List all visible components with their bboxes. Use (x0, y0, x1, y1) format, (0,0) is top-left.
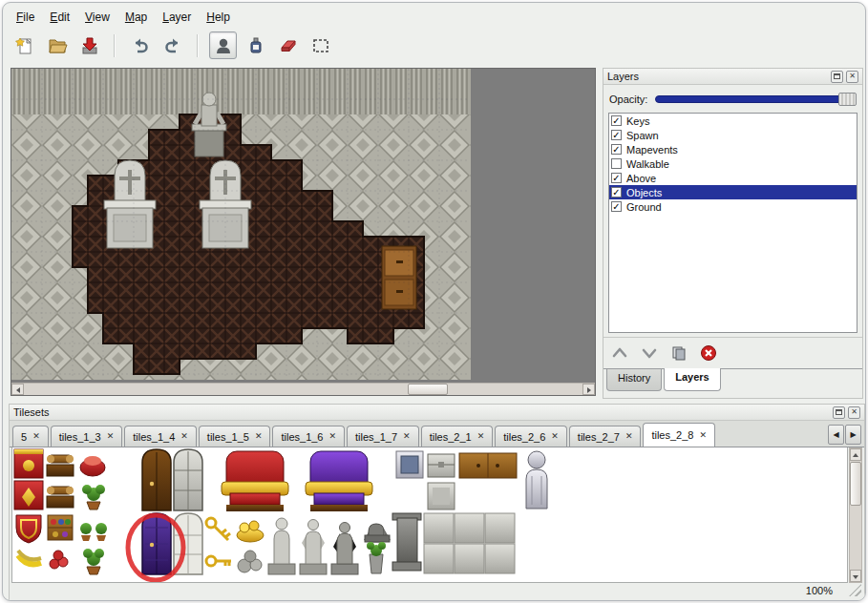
layer-row-walkable[interactable]: Walkable (609, 156, 857, 171)
layer-label: Ground (626, 201, 662, 213)
toolbar-separator (197, 34, 199, 57)
float-panel-icon[interactable] (831, 71, 843, 83)
stamp-tool-button[interactable] (209, 31, 237, 59)
close-tab-icon[interactable] (180, 432, 188, 441)
menu-file[interactable]: File (9, 8, 42, 27)
statue-tile (268, 518, 295, 574)
stamp-person-icon (213, 35, 234, 56)
scrollbar-thumb[interactable] (408, 384, 448, 395)
menu-edit[interactable]: Edit (42, 8, 77, 27)
close-tab-icon[interactable] (32, 432, 40, 441)
close-tab-icon[interactable] (625, 432, 633, 441)
scroll-down-arrow[interactable] (850, 570, 861, 582)
move-layer-up-button[interactable] (611, 344, 628, 362)
tileset-vertical-scrollbar[interactable] (849, 447, 862, 583)
tileset-tab-tiles_2_6[interactable]: tiles_2_6 (495, 426, 567, 447)
close-tab-icon[interactable] (255, 432, 263, 441)
tileset-tab-tiles_2_1[interactable]: tiles_2_1 (421, 426, 494, 447)
tileset-tab-tiles_1_4[interactable]: tiles_1_4 (124, 426, 197, 447)
close-tab-icon[interactable] (699, 431, 707, 440)
panel-tabs: History Layers (603, 368, 862, 391)
tab-layers[interactable]: Layers (664, 368, 720, 391)
redo-button[interactable] (159, 31, 186, 59)
app-window: File Edit View Map Layer Help (2, 2, 866, 601)
duplicate-layer-button[interactable] (670, 344, 688, 362)
rect-select-tool-button[interactable] (307, 31, 334, 59)
scrollbar-thumb[interactable] (850, 462, 861, 506)
menu-help[interactable]: Help (199, 8, 238, 27)
layer-label: Above (626, 173, 656, 184)
close-tab-icon[interactable] (403, 432, 411, 441)
close-tab-icon[interactable] (329, 432, 337, 441)
tileset-tab-tiles_1_6[interactable]: tiles_1_6 (272, 426, 345, 447)
stone-gate-tile (174, 449, 202, 510)
float-panel-icon[interactable] (833, 406, 845, 419)
loom-tile (47, 455, 74, 476)
map-horizontal-scrollbar[interactable] (11, 383, 595, 395)
new-map-button[interactable] (11, 31, 38, 59)
undo-button[interactable] (126, 31, 154, 59)
save-map-button[interactable] (75, 31, 103, 59)
fill-tool-button[interactable] (242, 31, 269, 59)
layer-label: Keys (626, 115, 649, 127)
scroll-right-arrow[interactable] (582, 384, 595, 395)
close-tab-icon[interactable] (107, 432, 115, 441)
tileset-tiles[interactable] (12, 447, 845, 582)
layer-visibility-checkbox[interactable] (611, 130, 622, 140)
layer-row-spawn[interactable]: Spawn (609, 128, 857, 142)
layer-visibility-checkbox[interactable] (611, 201, 622, 212)
layer-visibility-checkbox[interactable] (611, 158, 622, 169)
layer-row-ground[interactable]: Ground (609, 199, 857, 214)
selection-rect-icon (310, 35, 331, 56)
tileset-tab-tiles_1_5[interactable]: tiles_1_5 (199, 426, 271, 447)
menu-view[interactable]: View (77, 8, 117, 27)
open-folder-icon (47, 35, 68, 56)
layer-row-keys[interactable]: Keys (609, 114, 857, 128)
layer-row-mapevents[interactable]: Mapevents (609, 142, 857, 156)
tileset-tab-label: tiles_2_8 (651, 429, 693, 441)
eraser-tool-button[interactable] (274, 31, 302, 59)
open-map-button[interactable] (43, 31, 71, 59)
move-layer-down-button[interactable] (641, 344, 658, 362)
cushion-tile (80, 456, 105, 476)
layer-row-objects[interactable]: Objects (609, 185, 857, 199)
menu-map[interactable]: Map (117, 8, 155, 27)
tilesets-panel-header: Tilesets (10, 405, 864, 421)
tab-history[interactable]: History (606, 369, 662, 391)
tileset-tab-tiles_2_8[interactable]: tiles_2_8 (643, 423, 715, 447)
white-chest-tile (428, 454, 455, 477)
tileset-tab-label: 5 (21, 431, 27, 443)
banner-tile (14, 449, 43, 478)
tileset-tab-label: tiles_1_4 (133, 431, 175, 443)
close-tab-icon[interactable] (477, 432, 485, 441)
close-tab-icon[interactable] (551, 432, 559, 441)
opacity-slider[interactable] (655, 95, 857, 103)
opacity-slider-handle[interactable] (838, 93, 857, 106)
layer-visibility-checkbox[interactable] (611, 173, 622, 183)
layer-visibility-checkbox[interactable] (611, 187, 622, 198)
tileset-tab-tiles_1_7[interactable]: tiles_1_7 (347, 426, 419, 447)
tileset-tab-5[interactable]: 5 (12, 426, 49, 447)
layer-row-above[interactable]: Above (609, 171, 857, 185)
tileset-tab-tiles_2_7[interactable]: tiles_2_7 (569, 426, 642, 447)
gold-key-tile (206, 518, 230, 540)
layer-visibility-checkbox[interactable] (611, 144, 622, 155)
scroll-up-arrow[interactable] (850, 448, 861, 461)
close-panel-icon[interactable] (846, 71, 858, 83)
layer-label: Mapevents (626, 144, 678, 156)
tilesets-panel: Tilesets 5 tiles_1_3 tiles_1_4 tiles_1_5 (9, 404, 865, 601)
scroll-left-arrow[interactable] (11, 384, 24, 395)
panel-separator (603, 337, 862, 338)
layer-visibility-checkbox[interactable] (611, 115, 622, 126)
tileset-tab-tiles_1_3[interactable]: tiles_1_3 (51, 426, 123, 447)
close-panel-icon[interactable] (848, 406, 860, 419)
map-canvas[interactable] (11, 68, 596, 396)
layers-panel: Layers Opacity: Keys Spawn Mapevents (603, 68, 863, 399)
menu-layer[interactable]: Layer (155, 8, 199, 27)
tab-scroll-left-button[interactable] (828, 425, 844, 445)
delete-layer-button[interactable] (700, 344, 717, 362)
shelf-tile (48, 515, 73, 540)
tileset-content[interactable] (11, 447, 848, 583)
purple-door-tile (142, 513, 171, 574)
tab-scroll-right-button[interactable] (845, 425, 861, 445)
